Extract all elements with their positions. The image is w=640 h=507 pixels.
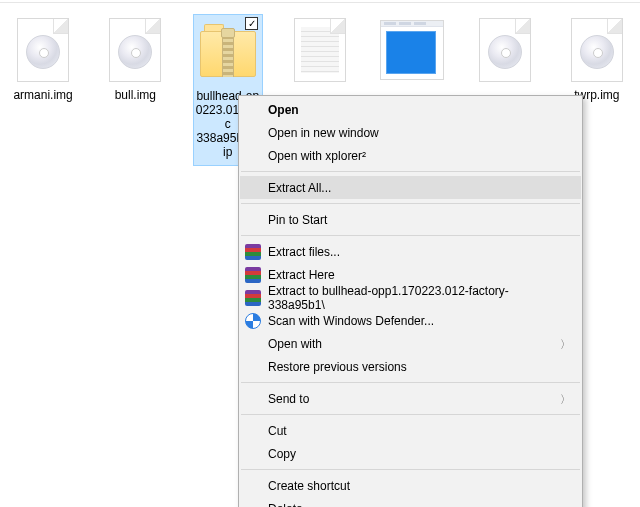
menu-delete[interactable]: Delete xyxy=(240,497,581,507)
menu-send-to[interactable]: Send to〉 xyxy=(240,387,581,410)
zip-folder-icon xyxy=(196,19,260,83)
menu-extract-all[interactable]: Extract All... xyxy=(240,176,581,199)
file-item[interactable]: armani.img xyxy=(8,14,78,166)
menu-separator xyxy=(241,414,580,415)
menu-extract-files[interactable]: Extract files... xyxy=(240,240,581,263)
menu-separator xyxy=(241,203,580,204)
winrar-icon xyxy=(245,244,261,260)
file-label: bull.img xyxy=(113,88,158,102)
menu-separator xyxy=(241,171,580,172)
menu-separator xyxy=(241,235,580,236)
menu-open[interactable]: Open xyxy=(240,98,581,121)
menu-open-xplorer[interactable]: Open with xplorer² xyxy=(240,144,581,167)
menu-separator xyxy=(241,469,580,470)
menu-extract-to[interactable]: Extract to bullhead-opp1.170223.012-fact… xyxy=(240,286,581,309)
context-menu: Open Open in new window Open with xplore… xyxy=(238,95,583,507)
file-item[interactable]: bull.img xyxy=(100,14,170,166)
file-label: armani.img xyxy=(11,88,74,102)
disc-icon xyxy=(473,18,537,82)
menu-open-new-window[interactable]: Open in new window xyxy=(240,121,581,144)
menu-pin-to-start[interactable]: Pin to Start xyxy=(240,208,581,231)
winrar-icon xyxy=(245,267,261,283)
chevron-right-icon: 〉 xyxy=(560,391,571,406)
menu-create-shortcut[interactable]: Create shortcut xyxy=(240,474,581,497)
menu-copy[interactable]: Copy xyxy=(240,442,581,465)
winrar-icon xyxy=(245,290,261,306)
image-preview-icon xyxy=(380,18,444,82)
disc-icon xyxy=(103,18,167,82)
menu-scan-defender[interactable]: Scan with Windows Defender... xyxy=(240,309,581,332)
document-icon xyxy=(288,18,352,82)
disc-icon xyxy=(11,18,75,82)
defender-icon xyxy=(245,313,261,329)
menu-cut[interactable]: Cut xyxy=(240,419,581,442)
menu-separator xyxy=(241,382,580,383)
menu-open-with[interactable]: Open with〉 xyxy=(240,332,581,355)
disc-icon xyxy=(565,18,629,82)
menu-restore-previous[interactable]: Restore previous versions xyxy=(240,355,581,378)
chevron-right-icon: 〉 xyxy=(560,336,571,351)
